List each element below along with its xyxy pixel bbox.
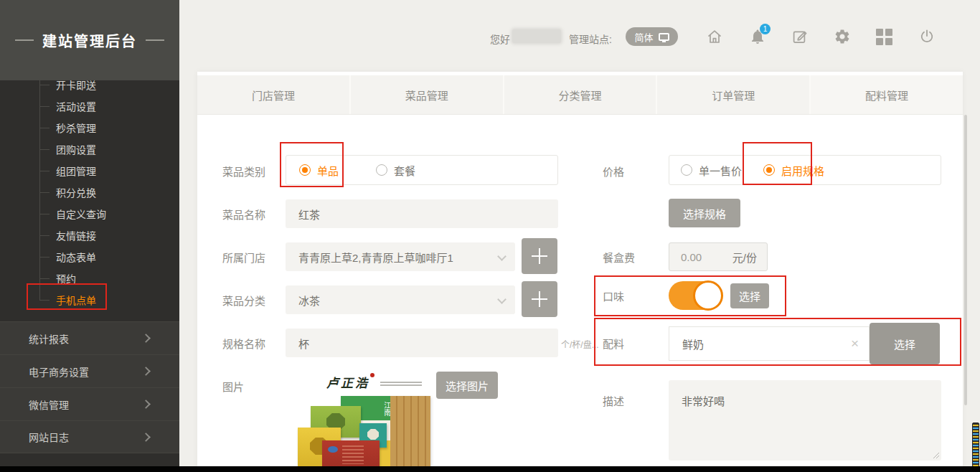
tab-ingredient-management[interactable]: 配料管理	[811, 75, 963, 114]
radio-combo[interactable]: 套餐	[376, 163, 415, 178]
description-textarea[interactable]: 非常好喝	[669, 380, 941, 461]
sidebar-item-dongtaibiaodan[interactable]: 动态表单	[0, 246, 179, 268]
sidebar-item-miaoshaguanli[interactable]: 秒杀管理	[0, 117, 179, 138]
sidebar-item-kaikajisong[interactable]: 开卡即送	[0, 74, 179, 95]
sidebar-item-tuangoushezhi[interactable]: 团购设置	[0, 138, 179, 160]
chevron-right-icon	[141, 433, 151, 442]
language-pill-button[interactable]: 简体	[626, 27, 678, 46]
choose-spec-button[interactable]: 选择规格	[669, 199, 740, 227]
page: 建站管理后台 开卡即送 活动设置 秒杀管理 团购设置 组团管理 积分兑换 自定义…	[0, 0, 980, 472]
add-class-button[interactable]	[522, 281, 557, 317]
sidebar-section-dianzishangwu[interactable]: 电子商务设置	[0, 354, 179, 387]
tab-store-management[interactable]: 门店管理	[197, 75, 351, 114]
image-label: 图片	[222, 379, 244, 394]
sidebar: 建站管理后台 开卡即送 活动设置 秒杀管理 团购设置 组团管理 积分兑换 自定义…	[0, 0, 179, 472]
username-redacted	[512, 29, 561, 43]
logo-dash	[15, 39, 34, 41]
sidebar-sections: 统计报表 电子商务设置 微信管理 网站日志	[0, 321, 179, 453]
vertical-scrollbar[interactable]	[964, 115, 967, 405]
annotation-box-enable-spec	[743, 142, 812, 185]
flavor-toggle[interactable]	[669, 281, 722, 310]
dish-name-label: 菜品名称	[222, 207, 265, 222]
box-fee-input[interactable]: 0.00 元/份	[669, 242, 768, 271]
monitor-icon	[659, 33, 669, 41]
dish-name-input[interactable]: 红茶	[286, 199, 558, 228]
apps-icon[interactable]	[876, 28, 893, 45]
notification-badge: 1	[760, 24, 771, 34]
sidebar-item-huodongshezhi[interactable]: 活动设置	[0, 95, 179, 117]
price-label: 价格	[603, 164, 624, 179]
site-label: 管理站点:	[569, 32, 612, 46]
flavor-choose-button[interactable]: 选择	[730, 283, 769, 308]
bottom-edge-bar	[0, 466, 980, 472]
tab-bar: 门店管理 菜品管理 分类管理 订单管理 配料管理	[197, 75, 963, 115]
sidebar-item-jifenduihuan[interactable]: 积分兑换	[0, 181, 179, 203]
dish-class-select[interactable]: 冰茶	[286, 285, 515, 314]
settings-icon[interactable]	[834, 28, 851, 45]
sidebar-item-youqinglianjie[interactable]: 友情链接	[0, 225, 179, 246]
annotation-box-active-item	[27, 283, 107, 310]
spec-name-hint: 个/杯/盘...	[561, 338, 599, 350]
store-select[interactable]: 青青原上草2,青青原上草咖啡厅1	[286, 242, 515, 271]
greeting-text: 您好	[490, 32, 510, 46]
dish-class-label: 菜品分类	[222, 293, 265, 308]
chevron-right-icon	[141, 400, 151, 409]
sidebar-item-zidingyichaxun[interactable]: 自定义查询	[0, 203, 179, 225]
radio-single-price[interactable]: 单一售价	[681, 163, 742, 178]
ingredient-input[interactable]: 鲜奶 ×	[669, 326, 870, 361]
dish-category-label: 菜品类别	[222, 164, 265, 179]
bell-icon[interactable]: 1	[749, 28, 766, 45]
power-icon[interactable]	[918, 28, 936, 45]
sidebar-section-tongjibaobiao[interactable]: 统计报表	[0, 321, 179, 354]
toggle-knob	[693, 280, 723, 311]
chevron-down-icon	[497, 295, 507, 304]
sidebar-section-weixinguanli[interactable]: 微信管理	[0, 387, 179, 420]
browser-side-widget	[972, 423, 979, 467]
home-icon[interactable]	[706, 28, 723, 45]
spec-name-input[interactable]: 杯	[286, 329, 558, 357]
choose-image-button[interactable]: 选择图片	[436, 372, 498, 399]
tab-order-management[interactable]: 订单管理	[657, 75, 811, 114]
app-logo: 建站管理后台	[0, 0, 179, 80]
tab-dish-management[interactable]: 菜品管理	[351, 75, 504, 114]
brand-tagline	[380, 382, 422, 387]
chevron-right-icon	[141, 334, 151, 343]
store-label: 所属门店	[222, 250, 265, 265]
add-store-button[interactable]	[522, 238, 557, 274]
chevron-down-icon	[497, 252, 507, 261]
app-title: 建站管理后台	[42, 30, 137, 51]
description-label: 描述	[603, 393, 624, 408]
ingredient-label: 配料	[603, 336, 624, 351]
annotation-box-single-item	[280, 142, 344, 187]
brand-logo: 卢正浩	[326, 373, 434, 391]
chevron-right-icon	[141, 367, 151, 376]
box-fee-label: 餐盒费	[603, 250, 635, 265]
resize-handle[interactable]	[932, 451, 939, 458]
content-panel: 门店管理 菜品管理 分类管理 订单管理 配料管理 菜品类别 单品 套餐 菜品名称…	[197, 72, 963, 472]
compose-icon[interactable]	[791, 28, 809, 45]
flavor-label: 口味	[603, 288, 624, 303]
tab-category-management[interactable]: 分类管理	[504, 75, 658, 114]
ingredient-choose-button[interactable]: 选择	[870, 323, 940, 364]
clear-icon[interactable]: ×	[851, 336, 859, 351]
product-image: 江南 绝 卢正浩	[298, 396, 434, 472]
sidebar-section-wangzhanrizhi[interactable]: 网站日志	[0, 420, 179, 453]
spec-name-label: 规格名称	[222, 336, 265, 351]
logo-dash	[146, 39, 164, 41]
sidebar-item-zutuanguanli[interactable]: 组团管理	[0, 160, 179, 181]
brand-dot	[370, 373, 374, 377]
